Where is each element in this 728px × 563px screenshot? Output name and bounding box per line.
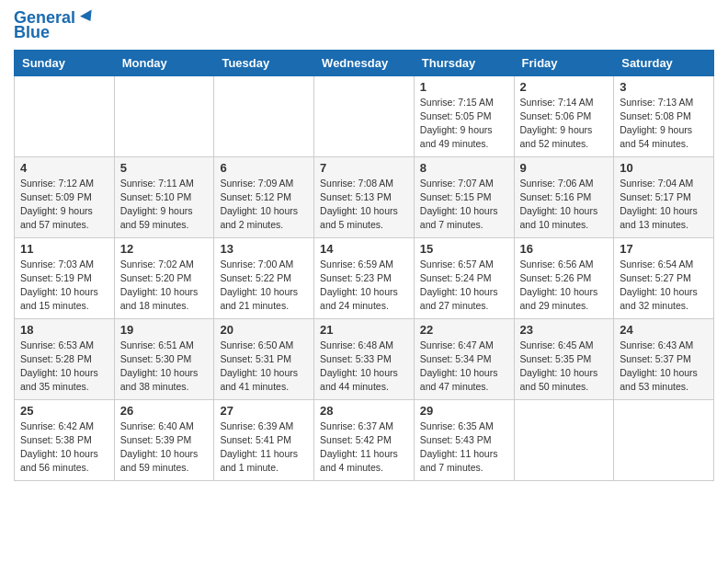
calendar-cell [214, 75, 314, 156]
calendar-cell: 26Sunrise: 6:40 AM Sunset: 5:39 PM Dayli… [114, 399, 214, 480]
day-info: Sunrise: 7:03 AM Sunset: 5:19 PM Dayligh… [20, 258, 108, 314]
calendar-cell: 8Sunrise: 7:07 AM Sunset: 5:15 PM Daylig… [414, 156, 514, 237]
calendar-cell [114, 75, 214, 156]
calendar-cell: 2Sunrise: 7:14 AM Sunset: 5:06 PM Daylig… [514, 75, 614, 156]
calendar-cell [614, 399, 714, 480]
weekday-header-sunday: Sunday [15, 50, 115, 75]
day-number: 25 [20, 404, 108, 418]
calendar-cell: 22Sunrise: 6:47 AM Sunset: 5:34 PM Dayli… [414, 318, 514, 399]
calendar-cell: 19Sunrise: 6:51 AM Sunset: 5:30 PM Dayli… [114, 318, 214, 399]
calendar-cell: 20Sunrise: 6:50 AM Sunset: 5:31 PM Dayli… [214, 318, 314, 399]
day-info: Sunrise: 7:07 AM Sunset: 5:15 PM Dayligh… [420, 177, 508, 233]
day-info: Sunrise: 6:43 AM Sunset: 5:37 PM Dayligh… [620, 339, 708, 395]
day-info: Sunrise: 7:11 AM Sunset: 5:10 PM Dayligh… [120, 177, 209, 233]
day-info: Sunrise: 7:06 AM Sunset: 5:16 PM Dayligh… [520, 177, 609, 233]
header-section: General Blue [14, 9, 714, 42]
day-number: 19 [120, 323, 209, 337]
day-number: 10 [620, 161, 708, 175]
calendar-cell: 9Sunrise: 7:06 AM Sunset: 5:16 PM Daylig… [514, 156, 614, 237]
day-info: Sunrise: 7:08 AM Sunset: 5:13 PM Dayligh… [320, 177, 408, 233]
calendar-cell: 18Sunrise: 6:53 AM Sunset: 5:28 PM Dayli… [15, 318, 115, 399]
day-info: Sunrise: 6:51 AM Sunset: 5:30 PM Dayligh… [120, 339, 209, 395]
day-number: 9 [520, 161, 609, 175]
weekday-header-friday: Friday [514, 50, 614, 75]
day-number: 2 [520, 80, 609, 94]
calendar-cell: 24Sunrise: 6:43 AM Sunset: 5:37 PM Dayli… [614, 318, 714, 399]
calendar-cell: 16Sunrise: 6:56 AM Sunset: 5:26 PM Dayli… [514, 237, 614, 318]
calendar-cell: 23Sunrise: 6:45 AM Sunset: 5:35 PM Dayli… [514, 318, 614, 399]
day-info: Sunrise: 6:45 AM Sunset: 5:35 PM Dayligh… [520, 339, 609, 395]
calendar-week-row: 4Sunrise: 7:12 AM Sunset: 5:09 PM Daylig… [15, 156, 714, 237]
header-row: SundayMondayTuesdayWednesdayThursdayFrid… [15, 50, 714, 75]
day-number: 6 [220, 161, 308, 175]
calendar-cell: 11Sunrise: 7:03 AM Sunset: 5:19 PM Dayli… [15, 237, 115, 318]
day-number: 13 [220, 242, 308, 256]
calendar-cell: 10Sunrise: 7:04 AM Sunset: 5:17 PM Dayli… [614, 156, 714, 237]
calendar-cell: 17Sunrise: 6:54 AM Sunset: 5:27 PM Dayli… [614, 237, 714, 318]
day-info: Sunrise: 6:42 AM Sunset: 5:38 PM Dayligh… [20, 419, 108, 476]
day-number: 3 [620, 80, 708, 94]
day-info: Sunrise: 7:04 AM Sunset: 5:17 PM Dayligh… [620, 177, 708, 233]
day-info: Sunrise: 6:48 AM Sunset: 5:33 PM Dayligh… [320, 339, 408, 395]
logo-text-blue: Blue [14, 24, 50, 42]
weekday-header-thursday: Thursday [414, 50, 514, 75]
calendar-cell: 13Sunrise: 7:00 AM Sunset: 5:22 PM Dayli… [214, 237, 314, 318]
day-number: 4 [20, 161, 108, 175]
calendar-week-row: 18Sunrise: 6:53 AM Sunset: 5:28 PM Dayli… [15, 318, 714, 399]
day-number: 14 [320, 242, 408, 256]
day-number: 12 [120, 242, 209, 256]
day-info: Sunrise: 6:50 AM Sunset: 5:31 PM Dayligh… [220, 339, 308, 395]
day-number: 23 [520, 323, 609, 337]
logo-icon [77, 6, 99, 28]
svg-marker-0 [80, 9, 97, 24]
day-number: 17 [620, 242, 708, 256]
calendar-cell: 15Sunrise: 6:57 AM Sunset: 5:24 PM Dayli… [414, 237, 514, 318]
calendar-cell: 21Sunrise: 6:48 AM Sunset: 5:33 PM Dayli… [314, 318, 415, 399]
day-number: 29 [420, 404, 508, 418]
day-number: 20 [220, 323, 308, 337]
calendar-cell [314, 75, 415, 156]
calendar-cell: 6Sunrise: 7:09 AM Sunset: 5:12 PM Daylig… [214, 156, 314, 237]
calendar-cell: 25Sunrise: 6:42 AM Sunset: 5:38 PM Dayli… [15, 399, 115, 480]
day-info: Sunrise: 6:56 AM Sunset: 5:26 PM Dayligh… [520, 258, 609, 314]
day-info: Sunrise: 6:47 AM Sunset: 5:34 PM Dayligh… [420, 339, 508, 395]
day-number: 5 [120, 161, 209, 175]
day-info: Sunrise: 7:13 AM Sunset: 5:08 PM Dayligh… [620, 96, 708, 152]
day-number: 15 [420, 242, 508, 256]
calendar-cell: 7Sunrise: 7:08 AM Sunset: 5:13 PM Daylig… [314, 156, 415, 237]
day-number: 24 [620, 323, 708, 337]
day-number: 16 [520, 242, 609, 256]
calendar-week-row: 25Sunrise: 6:42 AM Sunset: 5:38 PM Dayli… [15, 399, 714, 480]
day-info: Sunrise: 6:37 AM Sunset: 5:42 PM Dayligh… [320, 419, 408, 476]
day-info: Sunrise: 7:00 AM Sunset: 5:22 PM Dayligh… [220, 258, 308, 314]
day-number: 1 [420, 80, 508, 94]
calendar-cell: 1Sunrise: 7:15 AM Sunset: 5:05 PM Daylig… [414, 75, 514, 156]
day-info: Sunrise: 6:53 AM Sunset: 5:28 PM Dayligh… [20, 339, 108, 395]
calendar-week-row: 11Sunrise: 7:03 AM Sunset: 5:19 PM Dayli… [15, 237, 714, 318]
calendar-cell: 28Sunrise: 6:37 AM Sunset: 5:42 PM Dayli… [314, 399, 415, 480]
logo: General Blue [14, 9, 99, 42]
day-number: 11 [20, 242, 108, 256]
day-info: Sunrise: 7:15 AM Sunset: 5:05 PM Dayligh… [420, 96, 508, 152]
weekday-header-wednesday: Wednesday [314, 50, 415, 75]
day-info: Sunrise: 6:40 AM Sunset: 5:39 PM Dayligh… [120, 419, 209, 476]
day-info: Sunrise: 6:54 AM Sunset: 5:27 PM Dayligh… [620, 258, 708, 314]
calendar-table: SundayMondayTuesdayWednesdayThursdayFrid… [14, 50, 714, 481]
calendar-cell: 14Sunrise: 6:59 AM Sunset: 5:23 PM Dayli… [314, 237, 415, 318]
day-info: Sunrise: 7:14 AM Sunset: 5:06 PM Dayligh… [520, 96, 609, 152]
day-number: 8 [420, 161, 508, 175]
calendar-cell [514, 399, 614, 480]
day-number: 27 [220, 404, 308, 418]
day-info: Sunrise: 6:39 AM Sunset: 5:41 PM Dayligh… [220, 419, 308, 476]
day-info: Sunrise: 6:57 AM Sunset: 5:24 PM Dayligh… [420, 258, 508, 314]
calendar-cell: 12Sunrise: 7:02 AM Sunset: 5:20 PM Dayli… [114, 237, 214, 318]
calendar-cell: 4Sunrise: 7:12 AM Sunset: 5:09 PM Daylig… [15, 156, 115, 237]
day-info: Sunrise: 6:59 AM Sunset: 5:23 PM Dayligh… [320, 258, 408, 314]
weekday-header-saturday: Saturday [614, 50, 714, 75]
calendar-cell: 3Sunrise: 7:13 AM Sunset: 5:08 PM Daylig… [614, 75, 714, 156]
day-number: 7 [320, 161, 408, 175]
day-number: 26 [120, 404, 209, 418]
day-number: 22 [420, 323, 508, 337]
page: General Blue SundayMondayTuesdayWednesda… [0, 0, 728, 490]
day-info: Sunrise: 7:12 AM Sunset: 5:09 PM Dayligh… [20, 177, 108, 233]
